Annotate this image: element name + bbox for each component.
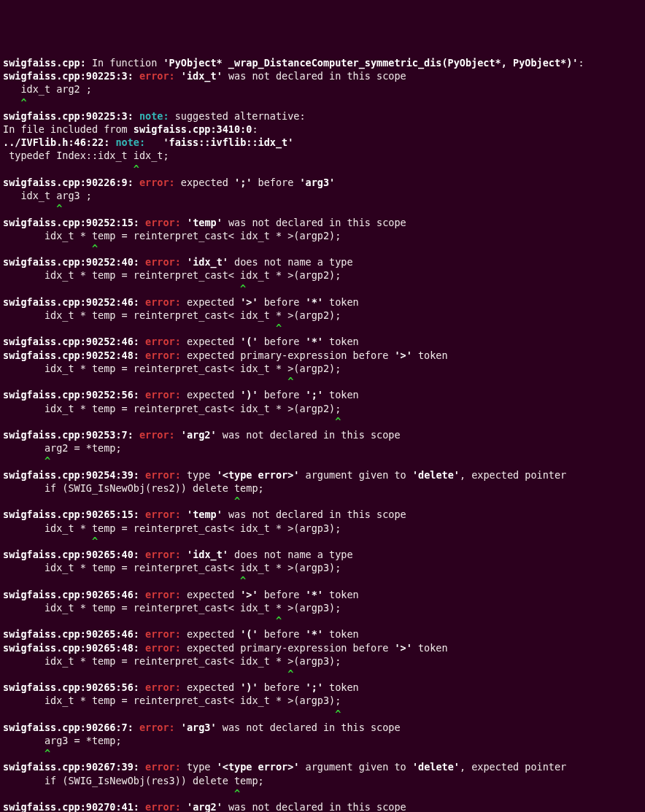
terminal-line: idx_t * temp = reinterpret_cast< idx_t *… — [3, 522, 642, 535]
terminal-line: idx_t * temp = reinterpret_cast< idx_t *… — [3, 309, 642, 322]
terminal-line: swigfaiss.cpp:90252:40: error: 'idx_t' d… — [3, 255, 642, 268]
terminal-line: swigfaiss.cpp: In function 'PyObject* _w… — [3, 56, 642, 69]
terminal-line: swigfaiss.cpp:90270:41: error: 'arg2' wa… — [3, 800, 642, 812]
terminal-line: idx_t * temp = reinterpret_cast< idx_t *… — [3, 601, 642, 614]
terminal-line: ^ — [3, 787, 642, 800]
terminal-line: idx_t * temp = reinterpret_cast< idx_t *… — [3, 229, 642, 242]
terminal-line: swigfaiss.cpp:90266:7: error: 'arg3' was… — [3, 721, 642, 734]
terminal-line: ^ — [3, 455, 642, 468]
terminal-line: ^ — [3, 708, 642, 721]
terminal-line: ^ — [3, 96, 642, 109]
terminal-line: typedef Index::idx_t idx_t; — [3, 149, 642, 162]
terminal-line: ^ — [3, 495, 642, 508]
terminal-line: ^ — [3, 668, 642, 681]
terminal-output: swigfaiss.cpp: In function 'PyObject* _w… — [3, 56, 642, 812]
terminal-line: ^ — [3, 614, 642, 627]
terminal-line: In file included from swigfaiss.cpp:3410… — [3, 123, 642, 136]
terminal-line: swigfaiss.cpp:90265:46: error: expected … — [3, 588, 642, 601]
terminal-line: idx_t * temp = reinterpret_cast< idx_t *… — [3, 362, 642, 375]
terminal-line: swigfaiss.cpp:90265:56: error: expected … — [3, 681, 642, 694]
terminal-line: idx_t arg2 ; — [3, 82, 642, 96]
terminal-line: swigfaiss.cpp:90265:48: error: expected … — [3, 641, 642, 654]
terminal-line: swigfaiss.cpp:90265:15: error: 'temp' wa… — [3, 508, 642, 521]
terminal-line: ^ — [3, 322, 642, 335]
terminal-line: idx_t * temp = reinterpret_cast< idx_t *… — [3, 694, 642, 707]
terminal-line: idx_t * temp = reinterpret_cast< idx_t *… — [3, 561, 642, 574]
terminal-line: swigfaiss.cpp:90225:3: error: 'idx_t' wa… — [3, 69, 642, 82]
terminal-line: idx_t * temp = reinterpret_cast< idx_t *… — [3, 402, 642, 415]
terminal-line: swigfaiss.cpp:90254:39: error: type '<ty… — [3, 468, 642, 482]
terminal-line: arg2 = *temp; — [3, 441, 642, 455]
terminal-line: if (SWIG_IsNewObj(res2)) delete temp; — [3, 482, 642, 495]
terminal-line: swigfaiss.cpp:90265:40: error: 'idx_t' d… — [3, 548, 642, 561]
terminal-line: swigfaiss.cpp:90252:15: error: 'temp' wa… — [3, 216, 642, 229]
terminal-line: swigfaiss.cpp:90267:39: error: type '<ty… — [3, 760, 642, 773]
terminal-line: idx_t arg3 ; — [3, 189, 642, 202]
terminal-line: arg3 = *temp; — [3, 734, 642, 747]
terminal-line: ^ — [3, 163, 642, 176]
terminal-line: ^ — [3, 202, 642, 215]
terminal-line: ^ — [3, 415, 642, 428]
terminal-line: ^ — [3, 574, 642, 587]
terminal-line: ^ — [3, 375, 642, 388]
terminal-line: ^ — [3, 747, 642, 760]
terminal-line: swigfaiss.cpp:90252:46: error: expected … — [3, 295, 642, 309]
terminal-line: idx_t * temp = reinterpret_cast< idx_t *… — [3, 268, 642, 282]
terminal-line: idx_t * temp = reinterpret_cast< idx_t *… — [3, 654, 642, 668]
terminal-line: swigfaiss.cpp:90252:56: error: expected … — [3, 388, 642, 401]
terminal-line: swigfaiss.cpp:90252:46: error: expected … — [3, 335, 642, 348]
terminal-line: if (SWIG_IsNewObj(res3)) delete temp; — [3, 774, 642, 787]
terminal-line: swigfaiss.cpp:90265:46: error: expected … — [3, 627, 642, 641]
terminal-line: swigfaiss.cpp:90252:48: error: expected … — [3, 349, 642, 362]
terminal-line: swigfaiss.cpp:90225:3: note: suggested a… — [3, 109, 642, 123]
terminal-line: swigfaiss.cpp:90226:9: error: expected '… — [3, 176, 642, 189]
terminal-line: ^ — [3, 242, 642, 255]
terminal-line: ^ — [3, 282, 642, 295]
terminal-line: ../IVFlib.h:46:22: note: 'faiss::ivflib:… — [3, 136, 642, 149]
terminal-line: swigfaiss.cpp:90253:7: error: 'arg2' was… — [3, 428, 642, 441]
terminal-line: ^ — [3, 535, 642, 548]
